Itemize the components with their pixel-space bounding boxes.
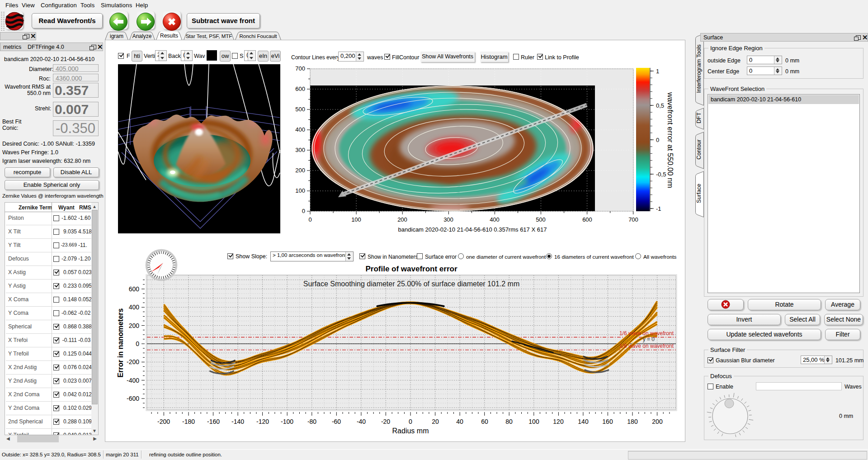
svg-text:Ronchi Foucault: Ronchi Foucault (239, 33, 277, 39)
svg-text:100: 100 (351, 216, 361, 223)
svg-text:igram: igram (110, 33, 123, 39)
svg-text:-400: -400 (127, 377, 139, 384)
svg-text:100: 100 (528, 418, 539, 425)
svg-text:y = 0: y = 0 (643, 336, 655, 342)
svg-text:DFT: DFT (696, 112, 702, 123)
svg-text:400: 400 (129, 304, 140, 311)
svg-text:1/6 wave on wavefront: 1/6 wave on wavefront (619, 330, 674, 337)
svg-text:0: 0 (409, 418, 412, 425)
svg-text:120: 120 (553, 418, 564, 425)
svg-text:0: 0 (308, 216, 311, 223)
svg-text:1: 1 (656, 68, 659, 75)
svg-text:Surface Smoothing diameter 25: Surface Smoothing diameter 25.00% of sur… (303, 280, 519, 288)
svg-text:-180: -180 (182, 418, 195, 425)
svg-text:0: 0 (136, 340, 139, 347)
svg-text:-140: -140 (231, 418, 244, 425)
svg-text:Error in nanometers: Error in nanometers (117, 308, 124, 377)
svg-text:Profile of wavefront error: Profile of wavefront error (365, 265, 457, 273)
svg-text:-60: -60 (332, 418, 341, 425)
svg-text:0: 0 (656, 137, 659, 143)
svg-text:-80: -80 (307, 418, 316, 425)
svg-text:Analyze: Analyze (132, 33, 152, 39)
svg-text:-120: -120 (256, 418, 269, 425)
svg-text:140: 140 (578, 418, 589, 425)
svg-text:0,5: 0,5 (656, 102, 664, 109)
svg-text:80: 80 (505, 418, 513, 425)
svg-text:600: 600 (295, 85, 305, 92)
svg-text:200: 200 (652, 418, 663, 425)
svg-text:-100: -100 (281, 418, 293, 425)
svg-text:60: 60 (481, 418, 488, 425)
svg-text:-200: -200 (157, 418, 170, 425)
svg-text:200: 200 (295, 167, 305, 174)
svg-text:20: 20 (432, 418, 439, 425)
svg-text:-1: -1 (656, 205, 661, 212)
svg-text:Interferogram Tools: Interferogram Tools (696, 44, 702, 93)
svg-text:400: 400 (490, 216, 500, 223)
svg-text:500: 500 (295, 106, 305, 113)
svg-text:400: 400 (295, 126, 305, 133)
svg-text:-160: -160 (207, 418, 220, 425)
svg-text:Star Test, PSF, MTF: Star Test, PSF, MTF (186, 33, 232, 39)
svg-text:Radius mm: Radius mm (392, 427, 429, 435)
svg-text:-600: -600 (127, 395, 139, 402)
svg-text:40: 40 (456, 418, 463, 425)
svg-text:Surface: Surface (696, 184, 702, 203)
svg-text:-200: -200 (127, 358, 139, 365)
svg-text:500: 500 (536, 216, 546, 223)
svg-text:Results: Results (160, 33, 178, 39)
svg-text:300: 300 (443, 216, 453, 223)
svg-text:300: 300 (295, 147, 305, 153)
svg-text:-20: -20 (381, 418, 390, 425)
svg-text:0: 0 (302, 208, 305, 214)
svg-text:bandicam 2020-02-10 21-04-56-6: bandicam 2020-02-10 21-04-56-610 0.357rm… (398, 226, 547, 233)
svg-text:-40: -40 (357, 418, 366, 425)
svg-text:200: 200 (129, 322, 140, 329)
svg-text:700: 700 (628, 216, 638, 223)
svg-text:600: 600 (129, 285, 140, 293)
svg-text:1/6 wave on wavefront: 1/6 wave on wavefront (619, 343, 674, 349)
svg-text:700: 700 (295, 65, 305, 72)
svg-text:Contour: Contour (696, 139, 702, 159)
svg-text:180: 180 (627, 418, 638, 425)
svg-text:600: 600 (582, 216, 592, 223)
svg-text:160: 160 (602, 418, 613, 425)
svg-text:100: 100 (295, 187, 305, 194)
svg-text:200: 200 (397, 216, 407, 223)
